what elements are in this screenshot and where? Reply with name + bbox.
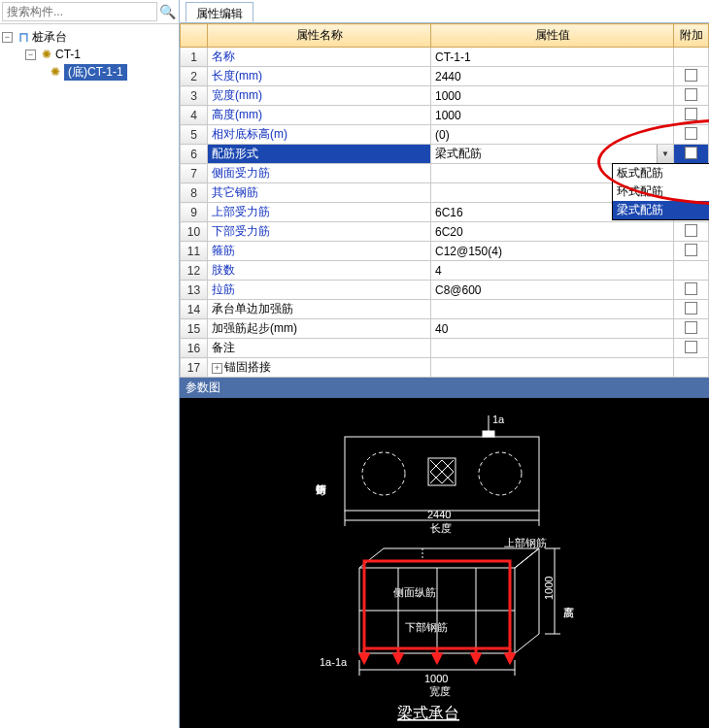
checkbox[interactable]: [685, 108, 697, 120]
attribute-value[interactable]: C12@150(4): [431, 242, 674, 261]
attribute-name: 拉筋: [208, 281, 431, 300]
extra-checkbox-cell: [674, 358, 709, 378]
parameter-diagram: 1a 弯折钢筋 2440 长度: [180, 398, 709, 728]
col-extra: 附加: [674, 24, 709, 48]
dropdown-option[interactable]: 环式配筋: [613, 182, 709, 201]
top-rebar-label: 上部钢筋: [504, 537, 547, 548]
attribute-name: 名称: [208, 48, 431, 67]
length-label: 长度: [430, 522, 452, 534]
attribute-value[interactable]: [431, 358, 674, 378]
checkbox[interactable]: [685, 282, 697, 295]
search-icon[interactable]: 🔍: [157, 2, 177, 21]
diagram-title: 梁式承台: [397, 705, 459, 721]
attribute-value[interactable]: [431, 300, 674, 319]
chevron-down-icon[interactable]: ▼: [657, 145, 673, 163]
svg-marker-26: [360, 654, 368, 662]
row-number: 3: [181, 86, 208, 106]
collapse-icon[interactable]: −: [2, 32, 13, 43]
tree-node-ct1[interactable]: − ✺ CT-1: [2, 46, 177, 63]
extra-checkbox-cell: [674, 319, 709, 339]
gear-icon: ✺: [49, 65, 62, 79]
attribute-name: 高度(mm): [208, 106, 431, 125]
attribute-value[interactable]: 梁式配筋▼: [431, 145, 674, 164]
row-number: 12: [181, 261, 208, 281]
row-number: 9: [181, 203, 208, 222]
property-row[interactable]: 13拉筋C8@600: [181, 281, 709, 300]
tab-label: 属性编辑: [196, 7, 243, 20]
property-row[interactable]: 5相对底标高(m)(0): [181, 125, 709, 145]
extra-checkbox-cell: [674, 145, 709, 164]
property-row[interactable]: 14承台单边加强筋: [181, 300, 709, 319]
checkbox[interactable]: [685, 341, 697, 353]
attribute-value[interactable]: 6C20: [431, 222, 674, 242]
extra-checkbox-cell: [674, 300, 709, 319]
attribute-name: 箍筋: [208, 242, 431, 261]
height-label: 高度: [564, 607, 575, 618]
extra-checkbox-cell: [674, 339, 709, 358]
property-row[interactable]: 3宽度(mm)1000: [181, 86, 709, 106]
extra-checkbox-cell: [674, 125, 709, 145]
property-row[interactable]: 2长度(mm)2440: [181, 67, 709, 86]
col-rownum: [181, 24, 208, 48]
tree-node-ct11[interactable]: ✺ (底)CT-1-1: [2, 63, 177, 81]
property-row[interactable]: 17+锚固搭接: [181, 358, 709, 378]
property-row[interactable]: 10下部受力筋6C20: [181, 222, 709, 242]
property-row[interactable]: 4高度(mm)1000: [181, 106, 709, 125]
property-row[interactable]: 15加强筋起步(mm)40: [181, 319, 709, 339]
property-row[interactable]: 1名称CT-1-1: [181, 48, 709, 67]
row-number: 8: [181, 183, 208, 203]
col-value: 属性值: [431, 24, 674, 48]
row-number: 17: [181, 358, 208, 378]
col-name: 属性名称: [208, 24, 431, 48]
checkbox[interactable]: [685, 224, 697, 237]
row-number: 14: [181, 300, 208, 319]
checkbox[interactable]: [685, 302, 697, 314]
svg-point-2: [479, 452, 522, 495]
attribute-value[interactable]: 2440: [431, 67, 674, 86]
attribute-value[interactable]: 1000: [431, 86, 674, 106]
checkbox[interactable]: [685, 127, 697, 140]
tree-node-root[interactable]: − ⊓ 桩承台: [2, 28, 177, 46]
search-input[interactable]: [2, 2, 157, 21]
property-row[interactable]: 6配筋形式梁式配筋▼: [181, 145, 709, 164]
attribute-name: 备注: [208, 339, 431, 358]
row-number: 10: [181, 222, 208, 242]
checkbox[interactable]: [685, 69, 697, 82]
tree-label: 桩承台: [32, 29, 67, 46]
attribute-name: 上部受力筋: [208, 203, 431, 222]
length-value: 2440: [427, 509, 451, 520]
row-number: 2: [181, 67, 208, 86]
attribute-value[interactable]: (0): [431, 125, 674, 145]
expand-icon[interactable]: +: [212, 363, 222, 374]
checkbox[interactable]: [685, 321, 697, 334]
attribute-value[interactable]: C8@600: [431, 281, 674, 300]
width-label: 宽度: [429, 685, 451, 697]
tree-label: CT-1: [55, 48, 81, 61]
attribute-value[interactable]: [431, 339, 674, 358]
attribute-value[interactable]: CT-1-1: [431, 48, 674, 67]
dropdown-option[interactable]: 梁式配筋: [613, 201, 709, 219]
attribute-value[interactable]: 40: [431, 319, 674, 339]
property-row[interactable]: 16备注: [181, 339, 709, 358]
svg-marker-27: [394, 654, 402, 662]
attribute-value[interactable]: 1000: [431, 106, 674, 125]
extra-checkbox-cell: [674, 48, 709, 67]
row-number: 15: [181, 319, 208, 339]
extra-checkbox-cell: [674, 281, 709, 300]
row-number: 1: [181, 48, 208, 67]
row-number: 13: [181, 281, 208, 300]
attribute-value[interactable]: 4: [431, 261, 674, 281]
checkbox[interactable]: [685, 244, 697, 256]
tab-properties[interactable]: 属性编辑: [186, 2, 253, 22]
row-number: 5: [181, 125, 208, 145]
rebar-type-dropdown[interactable]: 板式配筋环式配筋梁式配筋: [612, 163, 709, 220]
checkbox[interactable]: [685, 88, 697, 101]
collapse-icon[interactable]: −: [25, 50, 36, 60]
attribute-name: 长度(mm): [208, 67, 431, 86]
height-value: 1000: [543, 577, 555, 600]
checkbox[interactable]: [685, 147, 697, 159]
property-row[interactable]: 12肢数4: [181, 261, 709, 281]
tree-label-selected: (底)CT-1-1: [64, 64, 127, 81]
property-row[interactable]: 11箍筋C12@150(4): [181, 242, 709, 261]
dropdown-option[interactable]: 板式配筋: [613, 164, 709, 182]
